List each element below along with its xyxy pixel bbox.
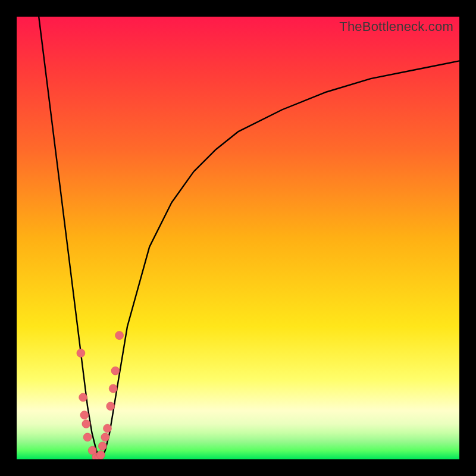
data-point bbox=[101, 433, 109, 441]
bottleneck-curve bbox=[17, 17, 459, 459]
chart-frame: TheBottleneck.com bbox=[0, 0, 476, 476]
data-point bbox=[80, 411, 89, 419]
data-point bbox=[111, 367, 120, 375]
curve-path bbox=[39, 17, 459, 459]
data-point bbox=[115, 331, 124, 340]
data-point bbox=[107, 402, 115, 411]
data-point bbox=[77, 349, 85, 357]
data-point bbox=[98, 442, 107, 450]
data-point bbox=[96, 451, 105, 459]
data-point bbox=[104, 424, 112, 433]
plot-area: TheBottleneck.com bbox=[17, 17, 459, 459]
data-point bbox=[82, 419, 90, 428]
data-point bbox=[79, 393, 87, 402]
data-point bbox=[83, 433, 92, 441]
data-point bbox=[109, 384, 117, 393]
